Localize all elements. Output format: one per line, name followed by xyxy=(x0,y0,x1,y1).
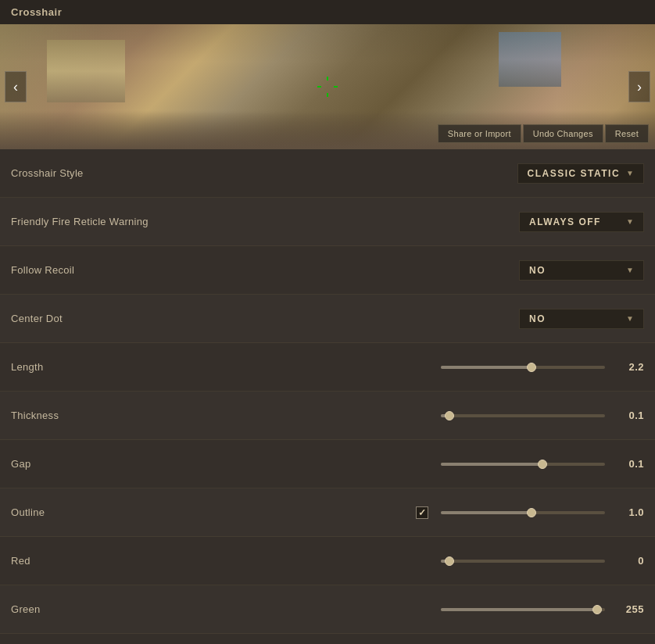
setting-row-length: Length2.2 xyxy=(0,343,655,392)
slider-track-gap[interactable] xyxy=(441,463,605,466)
control-follow-recoil: No▼ xyxy=(136,260,644,281)
setting-row-outline: Outline1.0 xyxy=(0,488,655,537)
dropdown-arrow-crosshair-style: ▼ xyxy=(626,169,634,177)
scene-building-right xyxy=(499,32,561,87)
dropdown-value-follow-recoil: No xyxy=(529,265,546,276)
slider-wrap-red xyxy=(136,560,605,563)
checkbox-outline[interactable] xyxy=(416,506,428,519)
label-green: Green xyxy=(11,603,136,615)
slider-value-red: 0 xyxy=(613,555,644,567)
scene-building-left xyxy=(47,40,125,102)
dropdown-crosshair-style[interactable]: Classic Static▼ xyxy=(517,163,644,184)
control-red: 0 xyxy=(136,555,644,567)
slider-value-green: 255 xyxy=(613,603,644,615)
setting-row-thickness: Thickness0.1 xyxy=(0,392,655,440)
label-friendly-fire: Friendly Fire Reticle Warning xyxy=(11,216,149,227)
slider-thumb-green[interactable] xyxy=(592,605,602,614)
dropdown-value-center-dot: No xyxy=(529,313,546,324)
slider-track-outline[interactable] xyxy=(441,511,605,514)
page-title: Crosshair xyxy=(11,6,62,18)
slider-thumb-length[interactable] xyxy=(527,363,536,372)
setting-row-gap: Gap0.1 xyxy=(0,440,655,488)
control-thickness: 0.1 xyxy=(136,410,644,421)
setting-row-blue: Blue255 xyxy=(0,634,655,644)
preview-buttons: Share or Import Undo Changes Reset xyxy=(438,124,649,143)
slider-fill-gap xyxy=(441,463,542,466)
undo-changes-button[interactable]: Undo Changes xyxy=(523,124,603,143)
settings-container: Crosshair StyleClassic Static▼Friendly F… xyxy=(0,149,655,644)
slider-value-thickness: 0.1 xyxy=(613,410,644,421)
slider-track-green[interactable] xyxy=(441,608,605,611)
label-length: Length xyxy=(11,361,136,373)
slider-wrap-outline xyxy=(136,506,605,519)
slider-fill-green xyxy=(441,608,597,611)
slider-thumb-gap[interactable] xyxy=(538,460,547,469)
control-friendly-fire: Always Off▼ xyxy=(149,212,644,232)
prev-arrow[interactable]: ‹ xyxy=(5,71,27,102)
slider-fill-length xyxy=(441,366,532,369)
slider-value-gap: 0.1 xyxy=(613,458,644,470)
slider-thumb-thickness[interactable] xyxy=(445,411,454,420)
dropdown-arrow-follow-recoil: ▼ xyxy=(626,266,634,274)
dropdown-follow-recoil[interactable]: No▼ xyxy=(519,260,644,281)
checkbox-wrap-outline xyxy=(416,506,428,519)
slider-wrap-thickness xyxy=(136,414,605,417)
slider-thumb-outline[interactable] xyxy=(527,508,536,517)
slider-wrap-length xyxy=(136,366,605,369)
prev-icon: ‹ xyxy=(13,79,18,95)
share-import-button[interactable]: Share or Import xyxy=(438,124,521,143)
label-gap: Gap xyxy=(11,458,136,470)
reset-button[interactable]: Reset xyxy=(605,124,649,143)
control-green: 255 xyxy=(136,603,644,615)
title-bar: Crosshair xyxy=(0,0,655,24)
slider-track-length[interactable] xyxy=(441,366,605,369)
control-center-dot: No▼ xyxy=(136,309,644,329)
slider-value-length: 2.2 xyxy=(613,361,644,373)
label-center-dot: Center Dot xyxy=(11,313,136,324)
slider-track-red[interactable] xyxy=(441,560,605,563)
next-arrow[interactable]: › xyxy=(628,71,650,102)
dropdown-arrow-center-dot: ▼ xyxy=(626,314,634,323)
setting-row-red: Red0 xyxy=(0,537,655,585)
control-gap: 0.1 xyxy=(136,458,644,470)
setting-row-follow-recoil: Follow RecoilNo▼ xyxy=(0,246,655,295)
label-crosshair-style: Crosshair Style xyxy=(11,167,136,179)
slider-wrap-green xyxy=(136,608,605,611)
next-icon: › xyxy=(637,79,642,95)
preview-container: ‹ › Share or Import Undo Changes Reset xyxy=(0,24,655,149)
control-crosshair-style: Classic Static▼ xyxy=(136,163,644,184)
setting-row-green: Green255 xyxy=(0,585,655,634)
slider-wrap-gap xyxy=(136,463,605,466)
label-follow-recoil: Follow Recoil xyxy=(11,264,136,276)
label-red: Red xyxy=(11,555,136,567)
dropdown-center-dot[interactable]: No▼ xyxy=(519,309,644,329)
slider-thumb-red[interactable] xyxy=(445,556,454,566)
label-outline: Outline xyxy=(11,506,136,518)
control-outline: 1.0 xyxy=(136,506,644,519)
slider-track-thickness[interactable] xyxy=(441,414,605,417)
slider-fill-outline xyxy=(441,511,532,514)
setting-row-crosshair-style: Crosshair StyleClassic Static▼ xyxy=(0,149,655,198)
setting-row-friendly-fire: Friendly Fire Reticle WarningAlways Off▼ xyxy=(0,198,655,246)
label-thickness: Thickness xyxy=(11,410,136,421)
dropdown-arrow-friendly-fire: ▼ xyxy=(626,217,634,226)
dropdown-value-crosshair-style: Classic Static xyxy=(528,168,621,179)
control-length: 2.2 xyxy=(136,361,644,373)
dropdown-friendly-fire[interactable]: Always Off▼ xyxy=(519,212,644,232)
slider-value-outline: 1.0 xyxy=(613,506,644,518)
setting-row-center-dot: Center DotNo▼ xyxy=(0,295,655,343)
dropdown-value-friendly-fire: Always Off xyxy=(529,216,601,227)
